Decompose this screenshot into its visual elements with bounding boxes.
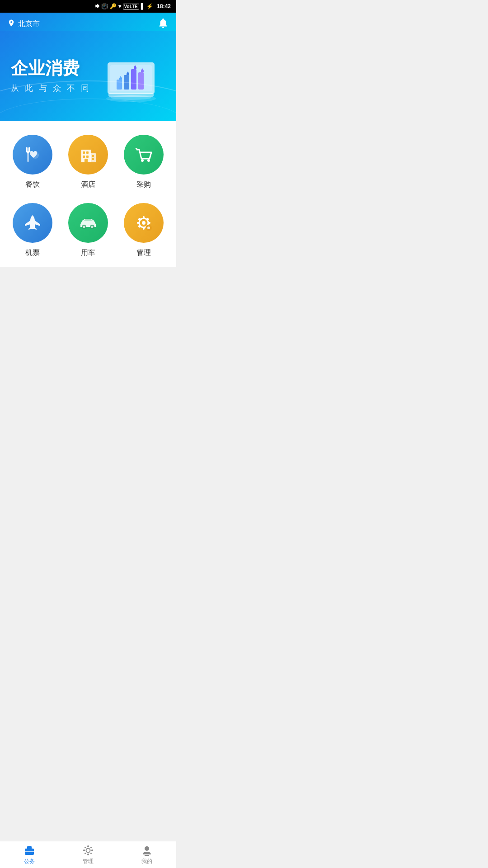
vpn-icon: 🔑 — [110, 3, 117, 9]
svg-rect-31 — [143, 216, 145, 219]
menu-item-dining[interactable]: 餐饮 — [7, 135, 58, 189]
clock: 18:42 — [157, 3, 171, 9]
car-label: 用车 — [81, 248, 95, 258]
menu-item-hotel[interactable]: 酒店 — [63, 135, 114, 189]
main-content: 餐饮 — [0, 121, 176, 267]
svg-point-24 — [147, 159, 150, 162]
nav-spacer — [0, 366, 176, 393]
banner-subtitle: 从 此 与 众 不 同 — [11, 83, 91, 94]
banner-text: 企业消费 从 此 与 众 不 同 — [11, 58, 91, 94]
hotel-label: 酒店 — [81, 180, 95, 189]
shopping-label: 采购 — [136, 180, 151, 189]
location-wrap[interactable]: 北京市 — [7, 19, 40, 29]
shopping-icon-circle — [124, 135, 164, 175]
svg-rect-19 — [86, 156, 89, 158]
flight-icon-circle — [13, 203, 52, 243]
svg-point-13 — [32, 151, 39, 159]
svg-rect-32 — [143, 227, 145, 230]
banner-title: 企业消费 — [11, 58, 91, 79]
status-icons: ✱ 📳 🔑 ▾ VoLTE ▌ ⚡ — [95, 3, 154, 9]
manage-label: 管理 — [136, 248, 151, 258]
battery-icon: ⚡ — [146, 3, 153, 9]
svg-rect-22 — [92, 158, 94, 160]
svg-point-40 — [147, 226, 150, 229]
svg-rect-16 — [83, 151, 85, 154]
bell-button[interactable] — [157, 17, 169, 31]
svg-point-23 — [141, 159, 144, 162]
status-bar: ✱ 📳 🔑 ▾ VoLTE ▌ ⚡ 18:42 — [0, 0, 176, 13]
gray-section — [0, 267, 176, 366]
hotel-icon-circle — [68, 135, 108, 175]
menu-item-manage[interactable]: 管理 — [118, 203, 169, 258]
manage-icon-circle — [124, 203, 164, 243]
menu-item-flight[interactable]: 机票 — [7, 203, 58, 258]
dining-label: 餐饮 — [25, 180, 40, 189]
header: 北京市 — [0, 13, 176, 31]
svg-rect-33 — [137, 222, 140, 224]
volte-icon: VoLTE — [123, 4, 139, 9]
svg-rect-15 — [90, 153, 96, 162]
svg-rect-17 — [86, 151, 89, 154]
dining-icon-circle — [13, 135, 52, 175]
svg-point-30 — [142, 221, 145, 225]
svg-point-26 — [83, 226, 85, 228]
location-icon — [7, 19, 15, 29]
menu-item-shopping[interactable]: 采购 — [118, 135, 169, 189]
bluetooth-icon: ✱ — [95, 3, 99, 9]
location-text: 北京市 — [18, 19, 40, 29]
menu-item-car[interactable]: 用车 — [63, 203, 114, 258]
signal-icon: ▌ — [141, 3, 145, 9]
svg-rect-20 — [84, 159, 88, 162]
wifi-icon: ▾ — [118, 3, 121, 9]
svg-rect-21 — [92, 155, 94, 157]
svg-rect-34 — [148, 222, 150, 224]
banner: 企业消费 从 此 与 众 不 同 — [0, 31, 176, 121]
icon-grid: 餐饮 — [7, 135, 169, 258]
svg-point-28 — [91, 226, 93, 228]
vibrate-icon: 📳 — [101, 3, 108, 9]
car-icon-circle — [68, 203, 108, 243]
svg-rect-18 — [83, 156, 85, 158]
flight-label: 机票 — [25, 248, 40, 258]
